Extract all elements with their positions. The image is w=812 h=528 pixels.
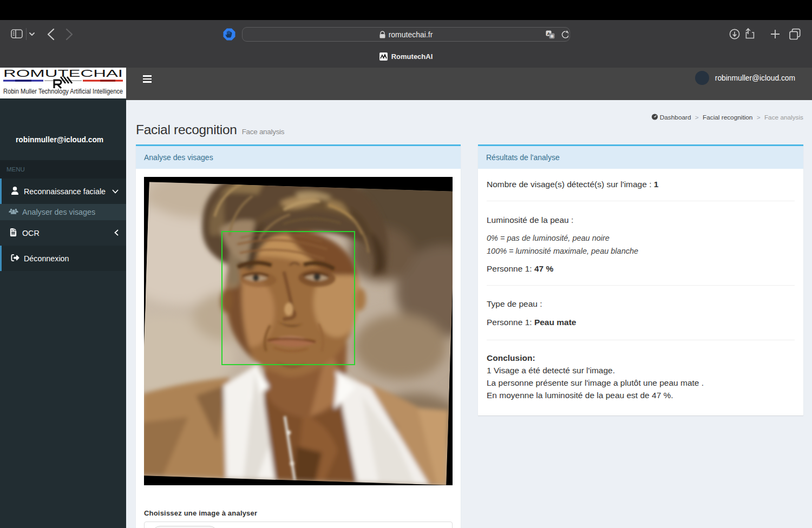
svg-text:✻: ✻ [550, 34, 554, 39]
svg-text:ROMUTECHAI: ROMUTECHAI [3, 68, 123, 79]
svg-text:Robin Muller Technology Artifi: Robin Muller Technology Artificial Intel… [3, 88, 123, 95]
